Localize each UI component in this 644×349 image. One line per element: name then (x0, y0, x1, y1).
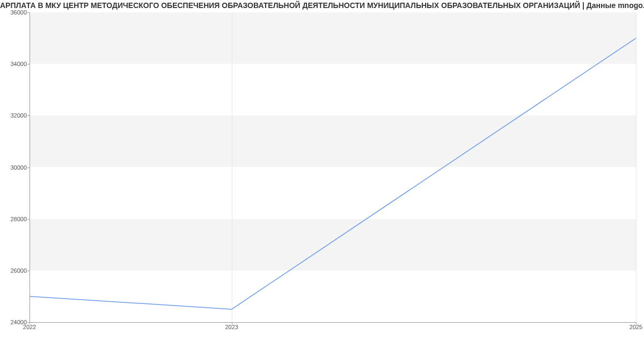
y-tick-mark (27, 219, 30, 220)
y-tick-label: 28000 (3, 216, 27, 222)
y-tick-label: 32000 (3, 112, 27, 119)
y-tick-mark (27, 12, 30, 13)
x-tick-mark (232, 322, 232, 324)
chart-data-line (30, 38, 636, 309)
y-tick-label: 34000 (3, 61, 27, 67)
chart-vgrid (636, 12, 636, 322)
y-tick-label: 26000 (3, 267, 27, 274)
x-axis-line (30, 322, 636, 323)
x-tick-label: 2025 (630, 324, 642, 330)
y-tick-mark (27, 115, 30, 116)
y-tick-label: 36000 (3, 9, 27, 16)
y-tick-mark (27, 271, 30, 271)
chart-line-svg (30, 12, 636, 322)
y-tick-mark (27, 64, 30, 64)
chart-title: АРПЛАТА В МКУ ЦЕНТР МЕТОДИЧЕСКОГО ОБЕСПЕ… (0, 1, 644, 10)
y-tick-label: 30000 (3, 164, 27, 171)
x-tick-mark (30, 322, 30, 324)
y-axis-line (30, 12, 30, 322)
x-tick-label: 2022 (23, 324, 36, 330)
x-tick-label: 2023 (225, 324, 238, 330)
y-tick-mark (27, 168, 30, 168)
chart-plot-area (30, 12, 636, 322)
x-tick-mark (636, 322, 636, 324)
